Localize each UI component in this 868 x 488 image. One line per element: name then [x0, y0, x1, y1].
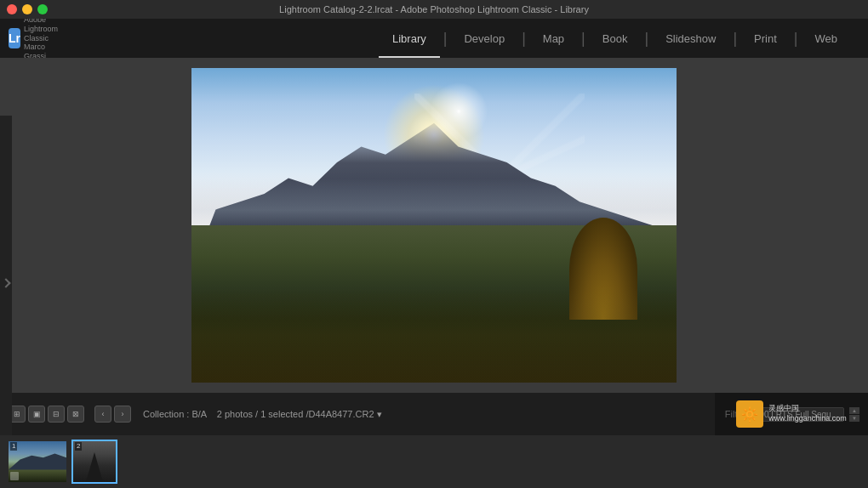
lr-logo: Lr Adobe Lightroom Classic Marco Grassi: [0, 15, 51, 61]
main-area: [0, 58, 868, 393]
view-controls: ⊞ ▣ ⊟ ⊠: [9, 406, 84, 423]
close-button[interactable]: [7, 4, 17, 14]
tab-library[interactable]: Library: [379, 19, 440, 58]
tab-book[interactable]: Book: [589, 19, 642, 58]
filter-section: Filter: 00 LRTS Full Sequ... ▲ ▼: [725, 407, 859, 422]
photo-ground-highlight: [191, 288, 677, 383]
photo-count: 2 photos / 1 selected: [217, 409, 304, 419]
filter-arrows: ▲ ▼: [849, 407, 859, 422]
lr-app-name: Adobe Lightroom Classic Marco Grassi: [24, 15, 58, 61]
lr-app-line1: Adobe Lightroom Classic: [24, 15, 58, 43]
thumbnail-1[interactable]: 1: [7, 440, 68, 484]
thumb1-number: 1: [10, 442, 17, 451]
tab-print[interactable]: Print: [740, 19, 791, 58]
tab-web[interactable]: Web: [802, 19, 852, 58]
navigation-bar: Lr Adobe Lightroom Classic Marco Grassi …: [0, 19, 868, 58]
lr-icon: Lr: [9, 28, 20, 48]
minimize-button[interactable]: [22, 4, 32, 14]
path-arrow: ▾: [377, 409, 382, 419]
content-area: [0, 58, 868, 393]
filter-label: Filter:: [725, 409, 749, 419]
filter-value[interactable]: 00 LRTS Full Sequ...: [753, 407, 844, 422]
nav-divider-1: |: [440, 30, 451, 48]
window-title: Lightroom Catalog-2-2.lrcat - Adobe Phot…: [279, 4, 589, 14]
thumb1-mountain: [9, 450, 66, 470]
compare-view-button[interactable]: ⊟: [48, 406, 65, 423]
filter-down-arrow[interactable]: ▼: [849, 415, 859, 422]
nav-tabs: Library | Develop | Map | Book | Slidesh…: [379, 19, 868, 58]
nav-controls: ‹ ›: [94, 406, 131, 423]
collection-label: Collection : B/A: [143, 409, 207, 419]
nav-divider-3: |: [578, 30, 589, 48]
tab-develop[interactable]: Develop: [450, 19, 518, 58]
tab-map[interactable]: Map: [529, 19, 578, 58]
file-path: /D44A8477.CR2: [306, 409, 374, 419]
next-button[interactable]: ›: [114, 406, 131, 423]
filter-up-arrow[interactable]: ▲: [849, 407, 859, 414]
thumb2-tree: [86, 452, 103, 482]
survey-view-button[interactable]: ⊠: [67, 406, 84, 423]
nav-divider-6: |: [791, 30, 802, 48]
loupe-view-button[interactable]: ▣: [28, 406, 45, 423]
photo-background: [191, 68, 677, 383]
thumb2-number: 2: [75, 442, 82, 451]
tab-slideshow[interactable]: Slideshow: [652, 19, 729, 58]
thumbnail-2[interactable]: 2: [71, 440, 117, 484]
panel-arrow-icon: [1, 278, 10, 287]
traffic-lights: [0, 4, 48, 14]
left-panel-toggle[interactable]: [0, 116, 12, 451]
lr-icon-text: Lr: [9, 31, 20, 45]
title-bar: Lightroom Catalog-2-2.lrcat - Adobe Phot…: [0, 0, 868, 19]
thumbnail-strip: 1 2: [0, 435, 868, 488]
collection-info: Collection : B/A 2 photos / 1 selected /…: [136, 409, 389, 420]
nav-divider-4: |: [641, 30, 652, 48]
filmstrip-bar: ⊞ ▣ ⊟ ⊠ ‹ › Collection : B/A 2 photos / …: [0, 393, 868, 435]
photo-view: [191, 68, 677, 383]
nav-divider-2: |: [518, 30, 529, 48]
prev-button[interactable]: ‹: [94, 406, 111, 423]
nav-divider-5: |: [729, 30, 740, 48]
thumb1-flag: [10, 472, 19, 480]
maximize-button[interactable]: [37, 4, 48, 14]
